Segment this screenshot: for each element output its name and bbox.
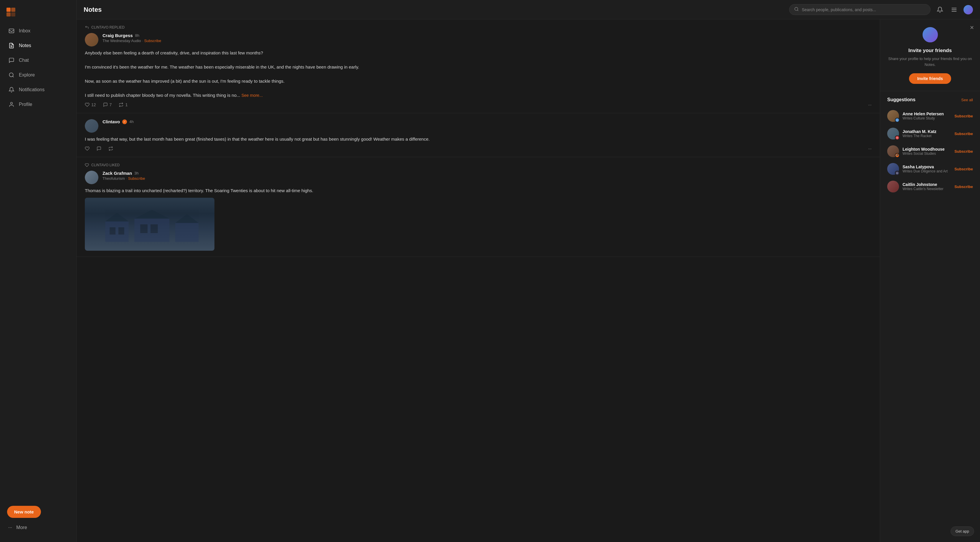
suggestion-caitlin: Caitlin Johnstone Writes Caitlin's Newsl… — [887, 178, 973, 195]
suggestion-anne: C Anne Helen Petersen Writes Culture Stu… — [887, 107, 973, 125]
svg-rect-18 — [118, 227, 124, 235]
post-author-row-zack: Zack Grafman 3h — [102, 171, 872, 176]
subscribe-button-leighton[interactable]: Subscribe — [955, 149, 973, 154]
comment-button-clintavo[interactable] — [97, 146, 101, 151]
close-invite-button[interactable]: ✕ — [968, 24, 975, 31]
post-author-name-zack[interactable]: Zack Grafman — [102, 171, 132, 176]
suggestion-info-leighton: Leighton Woodhouse Writes Social Studies — [902, 147, 951, 156]
avatar-caitlin — [887, 181, 899, 192]
sidebar-item-profile[interactable]: Profile — [2, 98, 74, 111]
suggestion-name-jonathan[interactable]: Jonathan M. Katz — [902, 129, 951, 134]
post-actions-craig: 12 7 1 ··· — [85, 102, 872, 107]
badge-sasha: D — [895, 171, 900, 175]
avatar-zack — [85, 171, 99, 184]
suggestion-name-sasha[interactable]: Sasha Latypova — [902, 165, 951, 169]
see-more-link[interactable]: See more... — [242, 93, 263, 98]
more-options-craig[interactable]: ··· — [868, 102, 872, 107]
svg-marker-24 — [175, 214, 199, 223]
repost-button-clintavo[interactable] — [108, 146, 113, 151]
verified-badge: ✓ — [122, 119, 127, 124]
post-author-name-clintavo[interactable]: Clintavo — [102, 119, 120, 124]
post-author-row-clintavo: Clintavo ✓ 4h — [102, 119, 872, 124]
post-author-name[interactable]: Craig Burgess — [102, 33, 133, 38]
suggestion-name-caitlin[interactable]: Caitlin Johnstone — [902, 182, 951, 187]
post-body-zack: Thomas is blazing a trail into uncharted… — [85, 187, 872, 194]
suggestions-title: Suggestions — [887, 97, 915, 102]
sidebar-item-explore[interactable]: Explore — [2, 68, 74, 82]
subscribe-button-anne[interactable]: Subscribe — [955, 114, 973, 118]
chat-icon — [8, 57, 15, 63]
invite-avatar — [922, 27, 939, 43]
svg-rect-15 — [105, 222, 129, 242]
notifications-bell-icon[interactable] — [935, 5, 945, 14]
post-header-zack: Zack Grafman 3h Theofuturism · Subscribe — [85, 171, 872, 184]
post-publication: The Wednesday Audio · Subscribe — [102, 38, 872, 43]
sidebar-item-notifications[interactable]: Notifications — [2, 83, 74, 97]
post-meta-reply: CLINTAVO REPLIED — [85, 25, 872, 29]
avatar-craig — [85, 33, 99, 46]
post-body-clintavo: I was feeling that way, but the last mon… — [85, 136, 872, 143]
more-options-clintavo[interactable]: ··· — [868, 146, 872, 151]
post-time: 8h — [135, 33, 139, 38]
see-all-link[interactable]: See all — [961, 98, 973, 102]
suggestion-info-jonathan: Jonathan M. Katz Writes The Racket — [902, 129, 951, 138]
search-placeholder: Search people, publications, and posts..… — [802, 7, 876, 12]
get-app-button[interactable]: Get app — [951, 526, 974, 536]
subscribe-button-jonathan[interactable]: Subscribe — [955, 132, 973, 136]
avatar-leighton: 🏴 — [887, 145, 899, 157]
subscribe-button-sasha[interactable]: Subscribe — [955, 167, 973, 171]
suggestion-info-sasha: Sasha Latypova Writes Due Diligence and … — [902, 165, 951, 173]
svg-rect-0 — [6, 8, 11, 12]
topbar-icons — [935, 5, 973, 14]
logo[interactable] — [0, 5, 76, 24]
sidebar-nav: Inbox Notes Chat — [0, 24, 76, 499]
avatar-jonathan: R — [887, 128, 899, 139]
sidebar-item-chat[interactable]: Chat — [2, 54, 74, 67]
sidebar-item-notes[interactable]: Notes — [2, 39, 74, 52]
post-meta-liked: CLINTAVO LIKED — [85, 163, 872, 167]
explore-icon — [8, 72, 15, 78]
sidebar-item-inbox[interactable]: Inbox — [2, 24, 74, 38]
search-bar[interactable]: Search people, publications, and posts..… — [789, 4, 931, 15]
search-icon — [794, 7, 799, 13]
svg-rect-23 — [175, 223, 199, 242]
svg-line-8 — [13, 76, 14, 78]
sidebar-item-label-chat: Chat — [19, 58, 29, 63]
suggestions-section: Suggestions See all C Anne Helen Peterse… — [880, 91, 980, 201]
sidebar-item-label-notifications: Notifications — [19, 87, 45, 92]
suggestion-info-anne: Anne Helen Petersen Writes Culture Study — [902, 111, 951, 120]
post-header-clintavo: Clintavo ✓ 4h — [85, 119, 872, 133]
svg-rect-21 — [140, 225, 148, 233]
suggestion-name-leighton[interactable]: Leighton Woodhouse — [902, 147, 951, 152]
post-time-clintavo: 4h — [129, 119, 134, 124]
badge-leighton: 🏴 — [895, 153, 900, 158]
invite-friends-button[interactable]: Invite friends — [909, 73, 951, 84]
menu-icon[interactable] — [949, 5, 959, 14]
post-header-craig: Craig Burgess 8h The Wednesday Audio · S… — [85, 33, 872, 46]
svg-point-7 — [10, 73, 13, 77]
post-body-craig: Anybody else been feeling a dearth of cr… — [85, 49, 872, 99]
post-zack: CLINTAVO LIKED Zack Grafman 3h Theofutur… — [76, 157, 880, 257]
post-actions-clintavo: ··· — [85, 146, 872, 151]
more-dots-icon: ··· — [8, 525, 12, 530]
post-craig: CLINTAVO REPLIED Craig Burgess 8h The We… — [76, 19, 880, 113]
subscribe-link-zack[interactable]: Subscribe — [128, 176, 145, 181]
subscribe-button-caitlin[interactable]: Subscribe — [955, 184, 973, 189]
sidebar-item-more[interactable]: ··· More — [2, 521, 74, 534]
suggestion-info-caitlin: Caitlin Johnstone Writes Caitlin's Newsl… — [902, 182, 951, 191]
sidebar-item-label-profile: Profile — [19, 102, 32, 107]
like-button-craig[interactable]: 12 — [85, 102, 96, 107]
badge-anne: C — [895, 118, 900, 122]
suggestion-pub-jonathan: Writes The Racket — [902, 134, 951, 138]
suggestion-name-anne[interactable]: Anne Helen Petersen — [902, 111, 951, 116]
user-avatar[interactable] — [964, 5, 973, 14]
like-button-clintavo[interactable] — [85, 146, 89, 151]
post-time-zack: 3h — [134, 171, 138, 175]
subscribe-link-craig[interactable]: Subscribe — [144, 38, 161, 43]
suggestion-pub-leighton: Writes Social Studies — [902, 152, 951, 156]
new-note-button[interactable]: New note — [7, 506, 41, 518]
svg-rect-2 — [6, 13, 11, 16]
comment-button-craig[interactable]: 7 — [103, 102, 112, 107]
sidebar: Inbox Notes Chat — [0, 0, 76, 542]
repost-button-craig[interactable]: 1 — [119, 102, 127, 107]
